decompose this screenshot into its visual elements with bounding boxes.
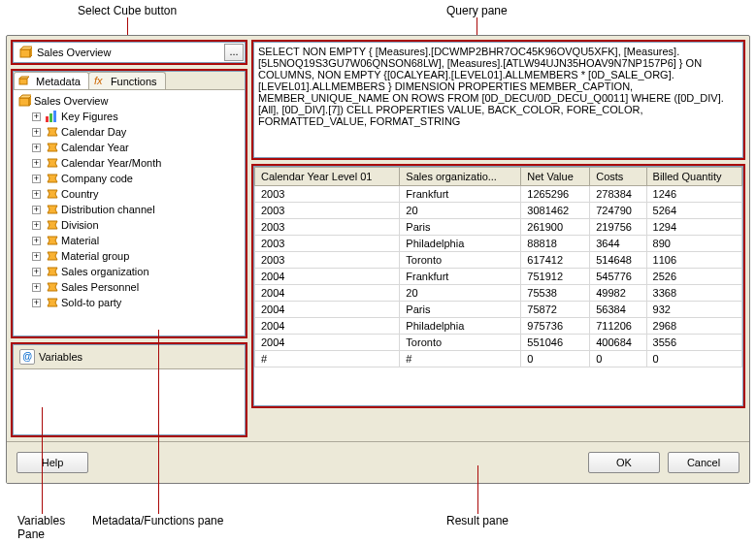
result-grid[interactable]: Calendar Year Level 01Sales organizatio.… bbox=[254, 167, 742, 367]
tree-item[interactable]: +Distribution channel bbox=[16, 202, 243, 217]
tree-item-label: Sales organization bbox=[61, 266, 149, 277]
svg-rect-10 bbox=[49, 113, 52, 122]
expander-icon[interactable]: + bbox=[32, 237, 41, 245]
expander-icon[interactable]: + bbox=[32, 268, 41, 276]
ok-button[interactable]: OK bbox=[588, 452, 660, 473]
cell: 724790 bbox=[590, 203, 646, 219]
tab-metadata-label: Metadata bbox=[36, 76, 81, 87]
cell: 551046 bbox=[521, 335, 590, 351]
table-row[interactable]: 2003Paris2619002197561294 bbox=[255, 219, 742, 236]
query-pane bbox=[251, 40, 745, 160]
expander-icon[interactable]: + bbox=[32, 144, 41, 152]
expander-icon[interactable]: + bbox=[32, 112, 41, 121]
cell: 1265296 bbox=[521, 186, 590, 203]
cell: 219756 bbox=[590, 219, 646, 236]
variables-pane: @ Variables bbox=[11, 342, 247, 437]
tree-item[interactable]: +Country bbox=[16, 186, 243, 202]
cube-selector[interactable]: Sales Overview ... bbox=[13, 42, 246, 63]
tree-item-label: Distribution channel bbox=[61, 204, 155, 215]
cell: 400684 bbox=[590, 335, 646, 351]
cell: Paris bbox=[400, 219, 521, 236]
dimension-icon bbox=[45, 141, 58, 154]
svg-marker-14 bbox=[48, 159, 57, 167]
tree-root[interactable]: Sales Overview bbox=[16, 93, 243, 109]
svg-marker-21 bbox=[48, 268, 57, 275]
select-cube-region: Sales Overview ... bbox=[11, 40, 247, 65]
cube-icon bbox=[17, 45, 33, 60]
cell: 261900 bbox=[521, 219, 590, 236]
expander-icon[interactable]: + bbox=[32, 252, 41, 261]
column-header[interactable]: Net Value bbox=[521, 168, 590, 186]
dimension-icon bbox=[45, 218, 58, 232]
table-row[interactable]: 2003Toronto6174125146481106 bbox=[255, 252, 742, 269]
cell: 0 bbox=[521, 351, 590, 367]
tree-item-label: Calendar Day bbox=[61, 126, 126, 138]
table-row[interactable]: 2004Philadelphia9757367112062968 bbox=[255, 318, 742, 335]
column-header[interactable]: Billed Quantity bbox=[646, 168, 741, 186]
dimension-icon bbox=[45, 265, 58, 278]
cell: 751912 bbox=[521, 269, 590, 285]
tree-item[interactable]: +Sales Personnel bbox=[16, 279, 243, 295]
table-row[interactable]: 2004Toronto5510464006843556 bbox=[255, 335, 742, 351]
cell: 2003 bbox=[255, 186, 400, 203]
dimension-icon bbox=[45, 280, 58, 294]
tree-item[interactable]: +Company code bbox=[16, 171, 243, 186]
tree-item[interactable]: +Material group bbox=[16, 248, 243, 264]
tree-item[interactable]: +Division bbox=[16, 217, 243, 233]
tree-item[interactable]: +Material bbox=[16, 233, 243, 248]
cell: 617412 bbox=[521, 252, 590, 269]
expander-icon[interactable]: + bbox=[32, 175, 41, 183]
dimension-icon bbox=[45, 187, 58, 201]
cube-icon bbox=[17, 94, 31, 108]
cell: 890 bbox=[646, 236, 741, 252]
help-button[interactable]: Help bbox=[16, 452, 88, 473]
select-cube-button[interactable]: ... bbox=[224, 44, 244, 61]
tab-functions[interactable]: fx Functions bbox=[88, 72, 166, 89]
mdx-query-input[interactable] bbox=[254, 43, 742, 157]
tree-item-label: Sales Personnel bbox=[61, 281, 139, 293]
table-row[interactable]: 20042075538499823368 bbox=[255, 285, 742, 302]
table-row[interactable]: 2004Paris7587256384932 bbox=[255, 302, 742, 318]
table-row[interactable]: 20032030814627247905264 bbox=[255, 203, 742, 219]
expander-icon[interactable]: + bbox=[32, 190, 41, 199]
svg-marker-23 bbox=[48, 299, 57, 306]
table-row[interactable]: 2003Frankfurt12652962783841246 bbox=[255, 186, 742, 203]
annotation-variables-pane: Variables Pane bbox=[17, 514, 65, 541]
column-header[interactable]: Calendar Year Level 01 bbox=[255, 168, 400, 186]
dimension-icon bbox=[45, 125, 58, 139]
cell: Paris bbox=[400, 302, 521, 318]
cell: 545776 bbox=[590, 269, 646, 285]
variables-title: Variables bbox=[39, 351, 82, 363]
variables-body[interactable] bbox=[14, 369, 245, 434]
cell: Toronto bbox=[400, 252, 521, 269]
tree-item[interactable]: +Sales organization bbox=[16, 264, 243, 279]
column-header[interactable]: Costs bbox=[590, 168, 646, 186]
tree-item[interactable]: +Sold-to party bbox=[16, 295, 243, 310]
cancel-button[interactable]: Cancel bbox=[668, 452, 740, 473]
metadata-tree[interactable]: Sales Overview +Key Figures+Calendar Day… bbox=[14, 90, 245, 335]
tabs: Metadata fx Functions bbox=[14, 72, 245, 90]
expander-icon[interactable]: + bbox=[32, 159, 41, 168]
svg-rect-9 bbox=[46, 116, 49, 122]
cell: 3644 bbox=[590, 236, 646, 252]
dimension-icon bbox=[45, 203, 58, 216]
variables-header[interactable]: @ Variables bbox=[14, 345, 245, 369]
expander-icon[interactable]: + bbox=[32, 128, 41, 137]
result-pane: Calendar Year Level 01Sales organizatio.… bbox=[251, 164, 745, 408]
dimension-icon bbox=[45, 156, 58, 170]
expander-icon[interactable]: + bbox=[32, 283, 41, 292]
tree-item[interactable]: +Key Figures bbox=[16, 109, 243, 124]
tree-item[interactable]: +Calendar Year/Month bbox=[16, 155, 243, 171]
expander-icon[interactable]: + bbox=[32, 221, 41, 230]
column-header[interactable]: Sales organizatio... bbox=[400, 168, 521, 186]
tab-metadata[interactable]: Metadata bbox=[14, 72, 89, 89]
tree-item[interactable]: +Calendar Year bbox=[16, 140, 243, 155]
annotation-result-pane: Result pane bbox=[446, 514, 509, 527]
expander-icon[interactable]: + bbox=[32, 299, 41, 307]
table-row[interactable]: 2004Frankfurt7519125457762526 bbox=[255, 269, 742, 285]
dimension-icon bbox=[45, 234, 58, 247]
expander-icon[interactable]: + bbox=[32, 206, 41, 214]
table-row[interactable]: ##000 bbox=[255, 351, 742, 367]
tree-item[interactable]: +Calendar Day bbox=[16, 124, 243, 140]
table-row[interactable]: 2003Philadelphia888183644890 bbox=[255, 236, 742, 252]
